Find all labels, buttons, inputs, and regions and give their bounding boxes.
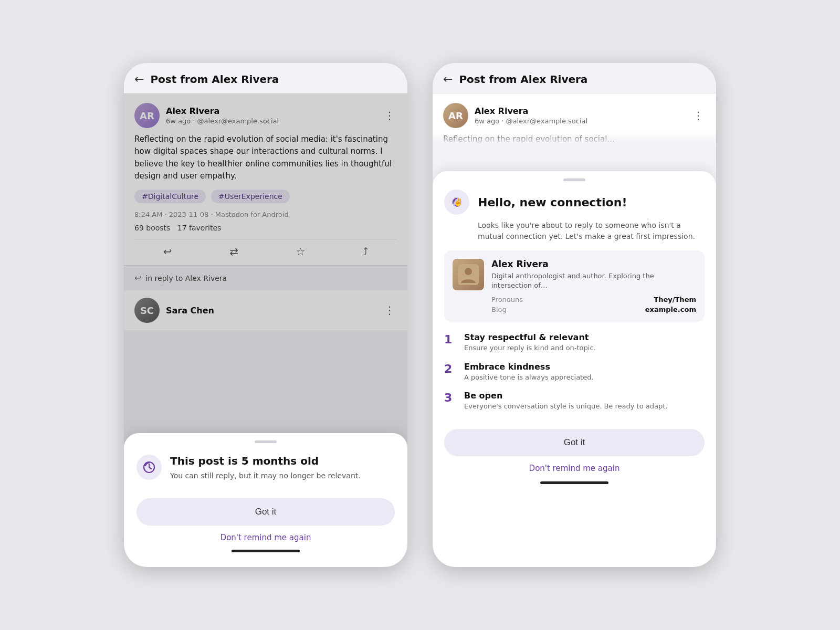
left-bottom-sheet: This post is 5 months old You can still …: [124, 433, 407, 567]
left-sheet-content: This post is 5 months old You can still …: [136, 455, 395, 481]
tip-item-3: 3 Be open Everyone's conversation style …: [444, 391, 705, 411]
right-header-title: Post from Alex Rivera: [459, 73, 587, 86]
tip-content-2: Embrace kindness A positive tone is alwa…: [464, 362, 594, 382]
left-sheet-desc: You can still reply, but it may no longe…: [170, 470, 361, 481]
tip-item-2: 2 Embrace kindness A positive tone is al…: [444, 362, 705, 382]
hello-row: ✌ Hello, new connection!: [444, 190, 705, 215]
svg-text:✌: ✌: [454, 198, 463, 207]
right-author-info: AR Alex Rivera 6w ago · @alexr@example.s…: [443, 103, 587, 128]
tip-desc-3: Everyone's conversation style is unique.…: [464, 402, 667, 411]
right-author-name: Alex Rivera: [475, 106, 587, 116]
left-header-title: Post from Alex Rivera: [150, 73, 279, 86]
tip-desc-1: Ensure your reply is kind and on-topic.: [464, 343, 596, 353]
blog-label: Blog: [491, 306, 594, 313]
back-button-left[interactable]: ←: [134, 72, 144, 86]
left-phone-header: ← Post from Alex Rivera: [124, 63, 407, 93]
left-phone-content: AR Alex Rivera 6w ago · @alexr@example.s…: [124, 93, 407, 567]
right-sheet-handle: [563, 178, 585, 181]
tip-number-2: 2: [444, 362, 456, 377]
back-button-right[interactable]: ←: [443, 72, 453, 86]
left-sheet-icon: [136, 455, 162, 480]
blog-value: example.com: [594, 306, 696, 313]
tip-content-3: Be open Everyone's conversation style is…: [464, 391, 667, 411]
right-got-it-button[interactable]: Got it: [444, 429, 705, 456]
right-author-handle: 6w ago · @alexr@example.social: [475, 117, 587, 125]
right-sheet-title: Hello, new connection!: [478, 196, 627, 209]
right-profile-info: Alex Rivera Digital anthropologist and a…: [491, 259, 696, 313]
left-sheet-text: This post is 5 months old You can still …: [170, 455, 361, 481]
tip-desc-2: A positive tone is always appreciated.: [464, 373, 594, 382]
right-new-connection-sheet: ✌ Hello, new connection! Looks like you'…: [433, 171, 716, 567]
right-post-card: AR Alex Rivera 6w ago · @alexr@example.s…: [433, 93, 716, 145]
tip-item-1: 1 Stay respectful & relevant Ensure your…: [444, 332, 705, 353]
pronouns-value: They/Them: [594, 296, 696, 303]
phones-container: ← Post from Alex Rivera AR Alex Rivera 6…: [0, 0, 840, 630]
left-got-it-button[interactable]: Got it: [136, 498, 395, 526]
right-avatar: AR: [443, 103, 468, 128]
right-profile-bio: Digital anthropologist and author. Explo…: [491, 271, 696, 290]
right-partial-overlay: [433, 130, 716, 145]
tip-title-3: Be open: [464, 391, 667, 401]
left-phone: ← Post from Alex Rivera AR Alex Rivera 6…: [124, 63, 407, 567]
left-dont-remind[interactable]: Don't remind me again: [136, 533, 395, 544]
right-dont-remind[interactable]: Don't remind me again: [444, 464, 705, 475]
tip-number-3: 3: [444, 391, 456, 406]
right-home-indicator: [540, 481, 608, 484]
wave-icon: ✌: [449, 195, 464, 209]
right-profile-name: Alex Rivera: [491, 259, 696, 269]
tip-title-2: Embrace kindness: [464, 362, 594, 372]
right-profile-card: Alex Rivera Digital anthropologist and a…: [444, 250, 705, 322]
right-tips-list: 1 Stay respectful & relevant Ensure your…: [444, 332, 705, 411]
right-post-menu[interactable]: ⋮: [691, 107, 706, 124]
left-sheet-title: This post is 5 months old: [170, 455, 361, 467]
tip-title-1: Stay respectful & relevant: [464, 332, 596, 342]
svg-point-4: [465, 268, 472, 275]
right-author-details: Alex Rivera 6w ago · @alexr@example.soci…: [475, 106, 587, 125]
pronouns-label: Pronouns: [491, 296, 594, 303]
right-sheet-icon: ✌: [444, 190, 469, 215]
left-sheet-handle: [255, 440, 277, 443]
right-phone-content: AR Alex Rivera 6w ago · @alexr@example.s…: [433, 93, 716, 567]
right-profile-meta: Pronouns They/Them Blog example.com: [491, 296, 696, 313]
right-profile-avatar: [453, 259, 484, 290]
right-phone-header: ← Post from Alex Rivera: [433, 63, 716, 93]
history-icon: [142, 460, 156, 474]
tip-number-1: 1: [444, 332, 456, 348]
profile-avatar-image: [458, 264, 479, 285]
tip-content-1: Stay respectful & relevant Ensure your r…: [464, 332, 596, 353]
right-phone: ← Post from Alex Rivera AR Alex Rivera 6…: [433, 63, 716, 567]
right-sheet-desc: Looks like you're about to reply to some…: [478, 220, 705, 242]
right-author-row: AR Alex Rivera 6w ago · @alexr@example.s…: [443, 103, 706, 128]
left-home-indicator: [232, 550, 300, 552]
